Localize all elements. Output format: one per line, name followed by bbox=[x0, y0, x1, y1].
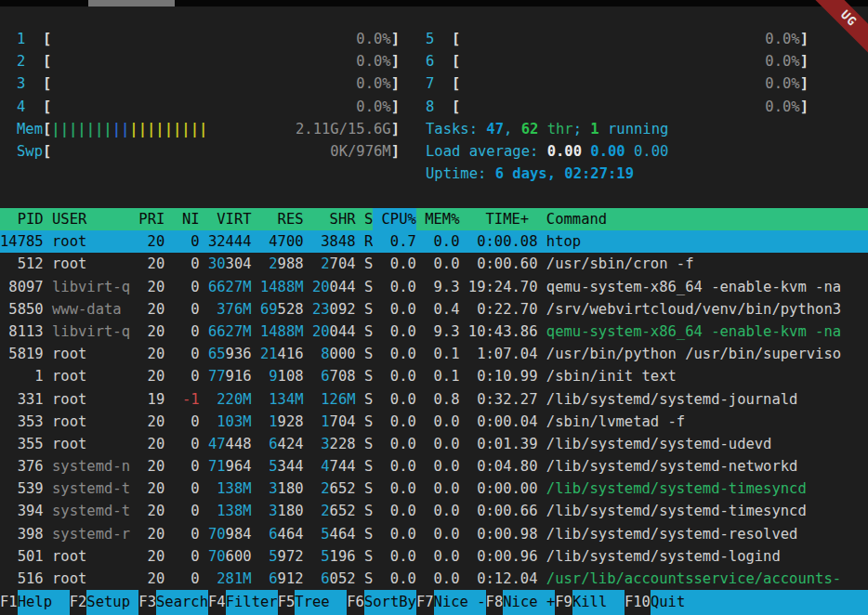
column-header-mem-[interactable]: MEM% bbox=[416, 208, 460, 230]
cell-time-: 19:24.70 bbox=[460, 276, 538, 298]
table-row[interactable]: 394systemd-t200138M31802652S0.00.00:00.6… bbox=[0, 500, 868, 522]
table-row[interactable]: 5819root20065936214168000S0.00.11:07.04/… bbox=[0, 343, 868, 365]
text-segment: 0.1 bbox=[434, 368, 460, 385]
text-segment: S bbox=[364, 480, 373, 497]
column-header-pri[interactable]: PRI bbox=[130, 208, 164, 230]
text-segment: 20 bbox=[148, 413, 165, 430]
meter-value: 0.0% bbox=[765, 96, 799, 118]
cell-pri: 20 bbox=[130, 276, 164, 298]
table-row[interactable]: 539systemd-t200138M31802652S0.00.00:00.0… bbox=[0, 478, 868, 500]
fn-key-f3[interactable]: F3Search bbox=[138, 590, 208, 615]
cell-mem-: 0.1 bbox=[416, 343, 460, 365]
fn-key-label: Kill bbox=[572, 590, 625, 615]
text-segment: /sbin/init text bbox=[546, 368, 677, 385]
meter-value: 0.0% bbox=[356, 72, 390, 95]
text-segment: /usr/sbin/cron -f bbox=[546, 255, 694, 272]
text-segment: 0.0 bbox=[390, 458, 416, 475]
column-header-ni[interactable]: NI bbox=[164, 208, 199, 230]
cell-time-: 10:43.86 bbox=[460, 321, 538, 343]
cell-shr: 2652 bbox=[304, 500, 356, 522]
table-row[interactable]: 353root200103M19281704S0.00.00:00.04/sbi… bbox=[0, 411, 868, 433]
column-header-res[interactable]: RES bbox=[252, 208, 304, 230]
text-segment: 0.0 bbox=[390, 413, 416, 430]
fn-key-f9[interactable]: F9Kill bbox=[555, 590, 625, 615]
table-row[interactable]: 398systemd-r2007098464645464S0.00.00:00.… bbox=[0, 523, 868, 545]
text-segment: libvirt-q bbox=[52, 323, 130, 340]
text-segment: 376 bbox=[18, 458, 44, 475]
cell-ni: 0 bbox=[164, 321, 199, 343]
fn-key-f8[interactable]: F8Nice + bbox=[486, 590, 556, 615]
meter-pipe-blue: || bbox=[112, 121, 130, 137]
text-segment: 5 bbox=[321, 526, 329, 543]
text-segment: 21 bbox=[260, 346, 278, 362]
cell-s: R bbox=[356, 230, 374, 253]
text-segment: /lib/systemd/systemd-resolved bbox=[546, 526, 798, 543]
text-segment: 3 bbox=[269, 503, 277, 519]
table-row[interactable]: 512root2003030429882704S0.00.00:00.60/us… bbox=[0, 253, 868, 275]
text-segment: 0.0 bbox=[434, 570, 460, 587]
text-segment: 0 bbox=[191, 323, 199, 340]
text-segment: 20 bbox=[148, 279, 165, 295]
cell-cpu-: 0.0 bbox=[373, 276, 416, 298]
text-segment: 69 bbox=[260, 301, 278, 318]
text-segment: 108 bbox=[278, 368, 304, 385]
column-header-s[interactable]: S bbox=[356, 208, 374, 230]
fn-key-f7[interactable]: F7Nice - bbox=[416, 590, 486, 615]
table-row[interactable]: 355root2004744864243228S0.00.00:01.39/li… bbox=[0, 433, 868, 455]
meter-close-bracket: ] bbox=[800, 50, 809, 72]
column-header-shr[interactable]: SHR bbox=[304, 208, 356, 230]
text-segment: 5 bbox=[269, 548, 277, 565]
text-segment: 8113 bbox=[8, 323, 43, 340]
column-header-time-[interactable]: TIME+ bbox=[460, 208, 538, 230]
text-segment: 0 bbox=[191, 255, 199, 272]
cell-user: systemd-t bbox=[44, 478, 130, 500]
text-segment: 1:07.04 bbox=[477, 346, 537, 362]
cell-mem-: 9.3 bbox=[416, 276, 460, 298]
cell-time-: 0:00.98 bbox=[460, 523, 538, 545]
text-segment: 512 bbox=[18, 255, 44, 272]
meter-value: 0.0% bbox=[765, 72, 799, 95]
text-segment: 984 bbox=[226, 526, 252, 543]
text-segment: 0:00.04 bbox=[477, 413, 537, 430]
fn-key-f2[interactable]: F2Setup bbox=[70, 590, 139, 615]
cell-cpu-: 0.7 bbox=[373, 230, 416, 253]
fn-key-f6[interactable]: F6SortBy bbox=[347, 590, 416, 615]
table-row[interactable]: 331root19-1220M134M126MS0.00.80:32.27/li… bbox=[0, 388, 868, 411]
meter-label: 7 bbox=[426, 72, 452, 95]
column-header-cpu-[interactable]: CPU% bbox=[373, 208, 416, 230]
fn-key-name: F5 bbox=[278, 590, 296, 615]
cell-res: 5972 bbox=[252, 545, 304, 568]
fn-key-f4[interactable]: F4Filter bbox=[208, 590, 278, 615]
text-segment: root bbox=[52, 368, 86, 385]
column-header-user[interactable]: USER bbox=[44, 208, 130, 230]
text-segment: S bbox=[364, 413, 373, 430]
column-header-virt[interactable]: VIRT bbox=[200, 208, 252, 230]
table-row[interactable]: 501root2007060059725196S0.00.00:00.96/li… bbox=[0, 545, 868, 568]
cell-user: libvirt-q bbox=[44, 321, 130, 343]
cell-shr: 4744 bbox=[304, 455, 356, 478]
fn-key-f10[interactable]: F10Quit bbox=[625, 590, 868, 615]
table-row[interactable]: 8113libvirt-q2006627M1488M20044S0.09.310… bbox=[0, 321, 868, 343]
cell-pri: 20 bbox=[130, 253, 164, 275]
table-row[interactable]: 14785root2003244447003848R0.70.00:00.08h… bbox=[0, 230, 868, 253]
column-header-command[interactable]: Command bbox=[538, 208, 608, 230]
text-segment: 0.0 bbox=[434, 436, 460, 452]
cell-command: /sbin/lvmetad -f bbox=[538, 411, 686, 433]
fn-key-f5[interactable]: F5Tree bbox=[278, 590, 348, 615]
table-row[interactable]: 1root2007791691086708S0.00.10:10.99/sbin… bbox=[0, 365, 868, 387]
cell-user: root bbox=[44, 230, 130, 253]
fn-key-label: Quit bbox=[651, 590, 868, 615]
fn-key-f1[interactable]: F1Help bbox=[0, 590, 70, 615]
column-header-pid[interactable]: PID bbox=[0, 208, 44, 230]
text-segment: 196 bbox=[330, 548, 356, 565]
table-row[interactable]: 516root200281M69126052S0.00.00:12.04/usr… bbox=[0, 568, 868, 590]
text-segment: 20 bbox=[312, 279, 330, 295]
cell-time-: 0:00.96 bbox=[460, 545, 538, 568]
text-segment: /lib/systemd/systemd-timesyncd bbox=[546, 503, 807, 519]
table-row[interactable]: 8097libvirt-q2006627M1488M20044S0.09.319… bbox=[0, 276, 868, 298]
table-row[interactable]: 376systemd-n2007196453444744S0.00.00:04.… bbox=[0, 455, 868, 478]
cell-shr: 20044 bbox=[304, 276, 356, 298]
meter-value: 0.0% bbox=[356, 96, 390, 118]
cell-ni: 0 bbox=[164, 500, 199, 522]
table-row[interactable]: 5850www-data200376M6952823092S0.00.40:22… bbox=[0, 298, 868, 321]
